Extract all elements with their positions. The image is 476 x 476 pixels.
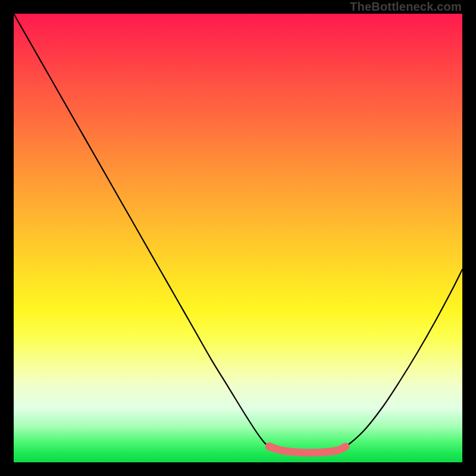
attribution-label: TheBottleneck.com [350,0,462,14]
chart-svg [14,14,462,462]
optimal-range-start-dot [265,443,274,451]
chart-plot-area [14,14,462,462]
bottleneck-curve [14,14,462,453]
optimal-range-highlight [270,447,346,453]
